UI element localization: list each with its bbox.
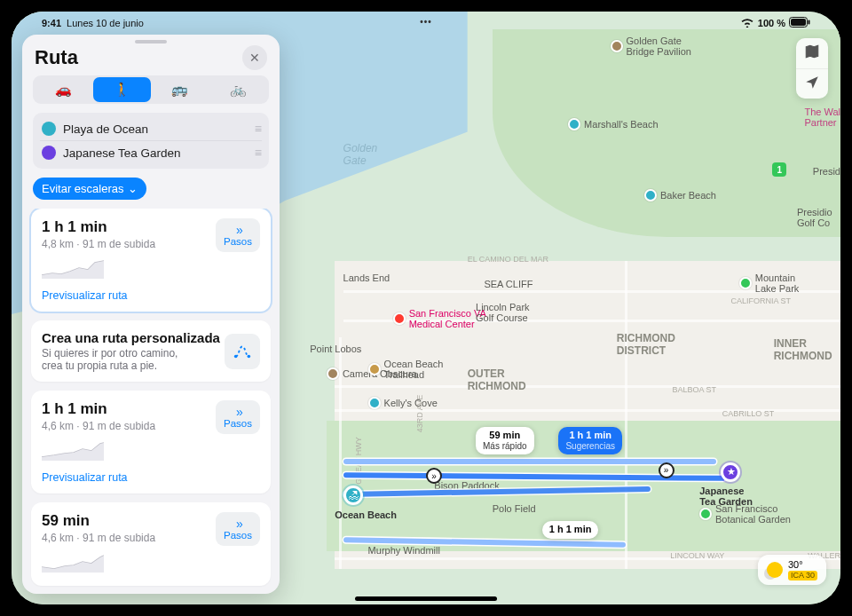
route-time: 59 min (42, 512, 155, 530)
mode-cycle-button[interactable]: 🚲 (209, 77, 268, 102)
steps-button[interactable]: » Pasos (216, 512, 260, 546)
mode-drive-button[interactable]: 🚗 (35, 77, 93, 102)
from-row[interactable]: Playa de Ocean ≡ (40, 117, 262, 140)
poi-hwy1-shield: 1 (772, 162, 786, 177)
steps-button[interactable]: » Pasos (216, 218, 260, 252)
poi-kellys: Kelly's Cove (384, 398, 438, 408)
route-time: 1 h 1 min (42, 218, 155, 236)
chevrons-right-icon: » (236, 224, 240, 236)
wifi-icon (740, 17, 754, 29)
steps-button[interactable]: » Pasos (216, 400, 260, 434)
preview-route-link[interactable]: Previsualizar ruta (42, 471, 260, 484)
poi-lincolnway: LINCOLN WAY (670, 551, 724, 560)
poi-cabrillo: CABRILLO ST (722, 409, 775, 418)
route-end-label: Japanese Tea Garden (699, 486, 753, 507)
reorder-handle-icon[interactable]: ≡ (255, 146, 260, 160)
elevation-spark-icon (42, 549, 104, 573)
poi-sfva: San Francisco VA Medical Center (409, 308, 486, 329)
route-time: 1 h 1 min (42, 400, 155, 418)
poi-obtrail: Ocean Beach Trailhead (384, 359, 444, 380)
create-custom-route-card[interactable]: Crea una ruta personalizada Si quieres i… (31, 320, 271, 382)
reorder-handle-icon[interactable]: ≡ (255, 122, 260, 136)
to-icon (42, 146, 56, 160)
route-card[interactable]: 1 h 1 min 4,6 km · 91 m de subida » Paso… (31, 391, 271, 494)
route-card[interactable]: 59 min 4,6 km · 91 m de subida » Pasos (31, 502, 271, 586)
poi-landsend: Lands End (343, 272, 390, 283)
poi-elcamino: EL CAMINO DEL MAR (468, 255, 548, 264)
from-icon (42, 122, 56, 136)
poi-baker: Baker Beach (660, 190, 716, 201)
chevrons-right-icon: » (236, 406, 240, 418)
poi-murphy: Murphy Windmill (368, 545, 440, 556)
mode-transit-button[interactable]: 🚌 (151, 77, 209, 102)
route-start-marker[interactable]: 🏖 (343, 486, 363, 505)
status-time: 9:41 (42, 18, 61, 28)
to-label: Japanese Tea Garden (63, 146, 248, 160)
poi-mtlake: Mountain Lake Park (755, 272, 800, 294)
weather-temp: 30° (788, 559, 817, 571)
poi-polo: Polo Field (493, 503, 536, 514)
custom-route-title: Crea una ruta personalizada (42, 330, 220, 345)
route-start-label: Ocean Beach (335, 509, 397, 520)
panel-grabber[interactable] (135, 40, 167, 43)
home-indicator[interactable] (355, 596, 497, 601)
close-icon: ✕ (249, 51, 260, 65)
svg-rect-1 (791, 19, 806, 26)
route-subtitle: 4,8 km · 91 m de subida (42, 238, 155, 250)
multitask-dots[interactable]: ••• (420, 17, 432, 27)
car-icon: 🚗 (55, 82, 72, 98)
route-callout-fast[interactable]: 59 min Más rápido (476, 427, 533, 454)
transit-icon: 🚌 (171, 82, 188, 98)
close-button[interactable]: ✕ (242, 45, 267, 70)
route-card[interactable]: 1 h 1 min 4,8 km · 91 m de subida » Paso… (31, 209, 271, 312)
preview-route-link[interactable]: Previsualizar ruta (42, 289, 260, 302)
poi-wp: The Wal Partner (804, 107, 840, 128)
poi-lincoln: Lincoln Park Golf Course (476, 302, 530, 323)
locate-me-button[interactable] (796, 68, 828, 99)
poi-innerrich: INNER RICHMOND (774, 337, 832, 362)
elevation-spark-icon (42, 438, 104, 461)
poi-seacliff: SEA CLIFF (484, 279, 532, 289)
route-subtitle: 4,6 km · 91 m de subida (42, 532, 155, 544)
battery-icon (789, 17, 810, 29)
bike-icon: 🚲 (230, 82, 247, 98)
poi-marshall: Marshall's Beach (584, 119, 658, 130)
svg-point-3 (234, 354, 238, 358)
map-modes-button[interactable] (796, 38, 828, 68)
to-row[interactable]: Japanese Tea Garden ≡ (40, 140, 262, 164)
poi-california: CALIFORNIA ST (730, 296, 791, 305)
waypoint-chevron-2: » (659, 462, 674, 478)
route-subtitle: 4,6 km · 91 m de subida (42, 420, 155, 432)
status-date: Lunes 10 de junio (67, 18, 144, 28)
poi-ggbp: Golden Gate Bridge Pavilion (627, 36, 691, 57)
route-callout-alt[interactable]: 1 h 1 min (542, 521, 599, 538)
elevation-spark-icon (42, 256, 104, 279)
weather-aqi: ICA 30 (788, 571, 817, 580)
water-body-label: Golden Gate (343, 142, 378, 167)
chevron-down-icon: ⌄ (128, 182, 138, 195)
route-end-marker[interactable] (721, 462, 740, 482)
route-options-chip[interactable]: Evitar escaleras ⌄ (33, 178, 146, 200)
from-label: Playa de Ocean (63, 122, 248, 136)
svg-rect-2 (809, 20, 810, 25)
route-callout-main[interactable]: 1 h 1 min Sugerencias (558, 427, 622, 454)
transport-mode-segment: 🚗 🚶 🚌 🚲 (33, 75, 269, 104)
battery-text: 100 % (758, 18, 785, 28)
route-endpoints: Playa de Ocean ≡ Japanese Tea Garden ≡ (33, 113, 269, 169)
directions-panel: Ruta ✕ 🚗 🚶 🚌 🚲 Playa de Ocean ≡ (22, 35, 280, 594)
chevrons-right-icon: » (236, 517, 240, 530)
poi-43rd: 43RD AVE (415, 394, 424, 431)
poi-balboa: BALBOA ST (672, 385, 716, 394)
map-controls (796, 38, 828, 99)
weather-chip[interactable]: 30° ICA 30 (758, 555, 826, 585)
panel-title: Ruta (35, 46, 78, 69)
poi-outerrich: OUTER RICHMOND (468, 367, 526, 392)
custom-route-desc: Si quieres ir por otro camino, crea tu p… (42, 347, 201, 372)
custom-route-icon (225, 334, 260, 369)
poi-ptlobos: Point Lobos (310, 344, 361, 354)
walk-icon: 🚶 (114, 82, 130, 98)
weather-icon (767, 562, 783, 578)
mode-walk-button[interactable]: 🚶 (93, 77, 152, 102)
poi-presgolf: Presidio Golf Co (797, 207, 832, 228)
poi-richmond: RICHMOND DISTRICT (617, 332, 675, 357)
